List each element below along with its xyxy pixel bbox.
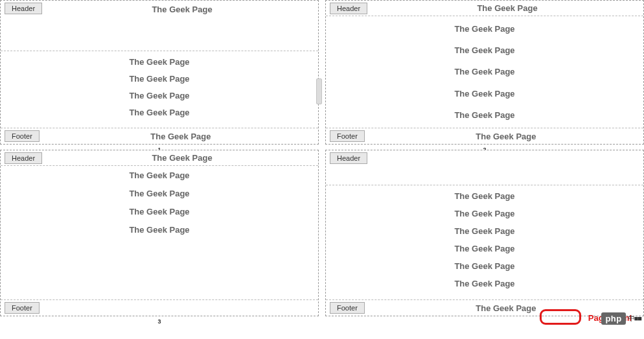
body-line: The Geek Page xyxy=(326,224,643,238)
page-number-area: Page Numl xyxy=(326,316,643,321)
page-1: Header The Geek Page The Geek Page The G… xyxy=(0,0,319,145)
body-line: The Geek Page xyxy=(326,65,643,78)
header-tag: Header xyxy=(330,3,367,14)
body-line: The Geek Page xyxy=(1,89,318,102)
footer-tag: Footer xyxy=(5,302,40,314)
footer-content: The Geek Page xyxy=(43,130,318,143)
page-3: Header The Geek Page The Geek Page The G… xyxy=(0,150,319,316)
header-region[interactable]: Header The Geek Page xyxy=(1,1,318,51)
header-tag: Header xyxy=(330,152,367,164)
body-line: The Geek Page xyxy=(326,22,643,36)
page-body[interactable]: The Geek Page The Geek Page The Geek Pag… xyxy=(1,166,318,299)
watermark-suffix: 中■■ xyxy=(628,314,641,323)
page-number-callout-box xyxy=(540,309,581,325)
footer-tag: Footer xyxy=(330,130,365,142)
watermark-text: php xyxy=(601,312,625,325)
page-body[interactable]: The Geek Page The Geek Page The Geek Pag… xyxy=(326,185,643,299)
body-line: The Geek Page xyxy=(1,106,318,119)
body-line: The Geek Page xyxy=(326,277,643,290)
header-region[interactable]: Header The Geek Page xyxy=(326,1,643,16)
body-line: The Geek Page xyxy=(1,169,318,182)
page-4: Header The Geek Page The Geek Page The G… xyxy=(325,150,644,316)
body-line: The Geek Page xyxy=(1,205,318,218)
footer-tag: Footer xyxy=(330,302,365,314)
footer-region[interactable]: Footer The Geek Page xyxy=(326,128,643,144)
page-2: Header The Geek Page The Geek Page The G… xyxy=(325,0,644,145)
body-line: The Geek Page xyxy=(1,187,318,200)
body-line: The Geek Page xyxy=(326,242,643,255)
body-line: The Geek Page xyxy=(326,207,643,220)
header-region[interactable]: Header xyxy=(326,150,643,185)
header-content: The Geek Page xyxy=(46,1,318,16)
footer-region[interactable]: Footer xyxy=(1,299,318,316)
body-line: The Geek Page xyxy=(326,108,643,122)
header-content: The Geek Page xyxy=(371,1,643,15)
page-body[interactable]: The Geek Page The Geek Page The Geek Pag… xyxy=(326,16,643,128)
footer-tag: Footer xyxy=(5,130,40,142)
header-region[interactable]: Header The Geek Page xyxy=(1,150,318,166)
body-line: The Geek Page xyxy=(1,55,318,69)
footer-region[interactable]: Footer The Geek Page xyxy=(1,128,318,144)
page-number: 3 xyxy=(1,316,318,327)
body-line: The Geek Page xyxy=(326,189,643,203)
footer-content: The Geek Page xyxy=(369,130,643,143)
header-content xyxy=(371,150,643,154)
header-tag: Header xyxy=(5,3,42,14)
header-content: The Geek Page xyxy=(46,151,318,165)
scrollbar-thumb[interactable] xyxy=(316,78,322,104)
body-line: The Geek Page xyxy=(326,259,643,273)
body-line: The Geek Page xyxy=(1,223,318,237)
body-line: The Geek Page xyxy=(326,87,643,100)
header-tag: Header xyxy=(5,152,42,164)
body-line: The Geek Page xyxy=(326,43,643,57)
body-line: The Geek Page xyxy=(1,72,318,86)
page-body[interactable]: The Geek Page The Geek Page The Geek Pag… xyxy=(1,51,318,128)
footer-content xyxy=(43,306,318,310)
watermark-badge: php 中■■ xyxy=(601,312,641,325)
page-grid: Header The Geek Page The Geek Page The G… xyxy=(0,0,644,316)
